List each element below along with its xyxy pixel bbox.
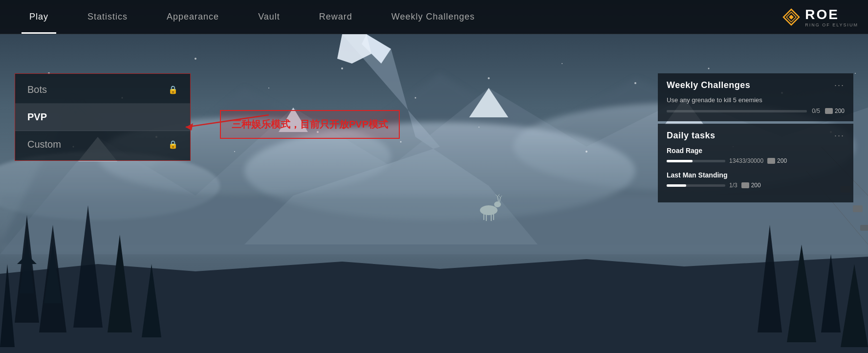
task-road-rage-progress-fill — [667, 160, 693, 162]
daily-tasks-header: Daily tasks ··· — [667, 131, 845, 141]
svg-point-58 — [400, 141, 402, 143]
logo-subtitle: RING OF ELYSIUM — [805, 22, 858, 27]
coin-icon-road-rage — [767, 158, 775, 164]
task-last-man-standing-progress-fill — [667, 184, 686, 187]
svg-rect-67 — [853, 205, 863, 212]
weekly-challenges-panel: Weekly Challenges ··· Use any grenade to… — [658, 73, 853, 121]
tab-vault[interactable]: Vault — [239, 0, 300, 34]
nav-tabs: Play Statistics Appearance Vault Reward … — [10, 0, 782, 34]
task-last-man-standing: Last Man Standing 1/3 200 — [667, 171, 845, 189]
coin-icon-weekly — [825, 108, 833, 114]
weekly-challenge-text: Use any grenade to kill 5 enemies — [667, 96, 845, 104]
daily-tasks-title: Daily tasks — [667, 131, 716, 141]
weekly-challenge-reward: 200 — [825, 108, 845, 114]
logo-text: ROE — [805, 7, 839, 22]
weekly-challenge-progress-label: 0/5 — [812, 108, 820, 114]
tab-play[interactable]: Play — [10, 0, 68, 34]
weekly-challenges-dots[interactable]: ··· — [834, 80, 845, 90]
svg-point-49 — [562, 63, 563, 64]
svg-point-60 — [586, 151, 587, 153]
navbar: Play Statistics Appearance Vault Reward … — [0, 0, 868, 34]
annotation-box: 三种娱乐模式，目前只开放PVP模式 — [220, 110, 400, 139]
tab-appearance[interactable]: Appearance — [147, 0, 239, 34]
task-road-rage-progress-bar — [667, 160, 725, 162]
task-road-rage-progress-label: 13433/30000 — [729, 157, 763, 164]
task-last-man-standing-name: Last Man Standing — [667, 171, 845, 179]
daily-tasks-dots[interactable]: ··· — [834, 131, 845, 141]
right-panel: Weekly Challenges ··· Use any grenade to… — [658, 73, 853, 205]
weekly-challenge-progress-bar — [667, 110, 807, 112]
daily-tasks-panel: Daily tasks ··· Road Rage 13433/30000 20… — [658, 124, 853, 202]
svg-point-48 — [488, 77, 490, 79]
task-road-rage-progress-row: 13433/30000 200 — [667, 157, 845, 164]
svg-point-59 — [478, 127, 479, 128]
weekly-challenges-title: Weekly Challenges — [667, 80, 750, 90]
svg-marker-71 — [789, 15, 794, 20]
tab-statistics[interactable]: Statistics — [68, 0, 147, 34]
svg-point-47 — [415, 97, 416, 99]
svg-point-44 — [195, 58, 196, 60]
svg-point-31 — [494, 201, 501, 207]
task-road-rage: Road Rage 13433/30000 200 — [667, 147, 845, 164]
svg-marker-73 — [186, 123, 193, 131]
svg-marker-16 — [0, 257, 868, 353]
weekly-challenge-progress-row: 0/5 200 — [667, 108, 845, 114]
svg-point-30 — [480, 205, 498, 215]
svg-rect-68 — [860, 225, 868, 231]
weekly-challenges-header: Weekly Challenges ··· — [667, 80, 845, 90]
task-last-man-standing-progress-label: 1/3 — [729, 182, 738, 189]
svg-point-53 — [855, 73, 856, 74]
coin-icon-last-man — [741, 182, 749, 188]
task-last-man-standing-reward: 200 — [741, 182, 761, 189]
svg-point-50 — [634, 82, 636, 84]
task-road-rage-reward: 200 — [767, 157, 787, 164]
logo-diamond-icon — [782, 8, 800, 26]
task-road-rage-name: Road Rage — [667, 147, 845, 154]
logo-area: ROE RING OF ELYSIUM — [782, 7, 858, 27]
tab-reward[interactable]: Reward — [300, 0, 372, 34]
task-last-man-standing-progress-bar — [667, 184, 725, 187]
svg-point-46 — [341, 67, 343, 69]
tab-weekly-challenges[interactable]: Weekly Challenges — [372, 0, 495, 34]
task-last-man-standing-progress-row: 1/3 200 — [667, 182, 845, 189]
svg-point-51 — [708, 68, 710, 69]
